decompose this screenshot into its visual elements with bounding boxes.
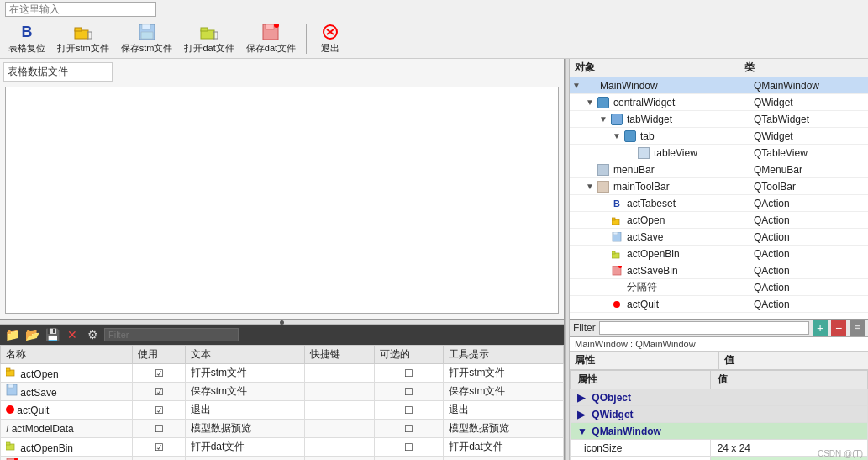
filter-label: Filter [573, 322, 596, 334]
btn-tabeset[interactable]: B 表格复位 [3, 20, 50, 56]
tree-node-name: actSaveBin [625, 265, 750, 277]
tree-node-type: QAction [750, 214, 868, 226]
tabeset-icon: B [17, 22, 37, 42]
action-text: 打开dat文件 [185, 438, 305, 457]
prop-expand-icon[interactable]: ▼ [577, 426, 589, 437]
search-input[interactable] [5, 2, 156, 17]
action-tooltip: 退出 [444, 401, 564, 420]
table-row[interactable]: actOpenBin☑打开dat文件☐打开dat文件 [1, 438, 564, 457]
tree-node-icon [610, 230, 623, 244]
filter-add-btn[interactable]: + [813, 320, 828, 336]
btn-open[interactable]: 打开stm文件 [52, 20, 114, 56]
tree-row[interactable]: ▼ tab QWidget [570, 128, 868, 145]
col-use: 使用 [133, 346, 185, 364]
action-checkable[interactable]: ☐ [374, 438, 443, 457]
resize-dot [280, 320, 284, 325]
filter-input[interactable] [599, 321, 809, 335]
svg-rect-5 [141, 32, 153, 39]
prop-group-row[interactable]: ▶ QObject [571, 389, 868, 406]
tree-node-icon [610, 113, 623, 126]
btn-openbin[interactable]: 打开dat文件 [179, 20, 239, 56]
tree-expand-icon[interactable]: ▼ [585, 98, 595, 107]
tree-expand-icon[interactable]: ▼ [571, 81, 581, 90]
action-used[interactable]: ☑ [133, 457, 185, 461]
table-row[interactable]: actSaveBin☑保存dat文件☐保存dat文件 [1, 457, 564, 461]
tree-node-icon [610, 298, 623, 311]
prop-expand-icon[interactable]: ▶ [577, 392, 589, 404]
filter-remove-btn[interactable]: − [831, 320, 846, 336]
tree-node-icon [610, 214, 623, 227]
svg-rect-10 [266, 24, 274, 29]
prop-table: 属性值 ▶ QObject ▶ QWidget ▼ QMainWindow ic… [570, 370, 868, 460]
action-used[interactable]: ☑ [133, 401, 185, 420]
btn-savebin[interactable]: 保存dat文件 [241, 20, 301, 56]
table-row[interactable]: actQuit☑退出☐退出 [1, 401, 564, 420]
bottom-delete-icon[interactable]: ✕ [64, 326, 81, 343]
table-area[interactable] [5, 87, 559, 314]
btn-quit[interactable]: 退出 [312, 20, 349, 56]
table-row[interactable]: actOpen☑打开stm文件☐打开stm文件 [1, 364, 564, 383]
tree-expand-icon[interactable]: ▼ [598, 114, 608, 124]
action-checkable[interactable]: ☐ [374, 364, 443, 383]
prop-group-row[interactable]: ▶ QWidget [571, 406, 868, 423]
tree-node-name: tableView [652, 147, 750, 159]
tree-row[interactable]: B actTabeset QAction [570, 195, 868, 212]
action-shortcut [305, 438, 374, 457]
action-used[interactable]: ☑ [133, 364, 185, 383]
prop-group-row[interactable]: ▼ QMainWindow [571, 423, 868, 440]
tree-row[interactable]: actSave QAction [570, 229, 868, 246]
bottom-open-icon[interactable]: 📂 [24, 326, 40, 343]
table-row[interactable]: I actModelData☐模型数据预览☐模型数据预览 [1, 420, 564, 438]
tree-row[interactable]: ▼ mainToolBar QToolBar [570, 178, 868, 195]
tree-expand-icon[interactable]: ▼ [585, 182, 595, 191]
col-tooltip: 工具提示 [444, 346, 564, 364]
tree-node-type: QAction [750, 299, 868, 310]
tree-node-icon [610, 247, 623, 261]
svg-rect-18 [8, 384, 13, 388]
left-panel: 表格数据文件 📁 📂 💾 ✕ ⚙ 名称 [0, 59, 565, 460]
tree-row[interactable]: actQuit QAction [570, 296, 868, 313]
action-text: 保存stm文件 [185, 383, 305, 401]
prop-expand-icon[interactable]: ▶ [577, 409, 589, 420]
svg-rect-1 [75, 28, 82, 31]
btn-save[interactable]: 保存stm文件 [116, 20, 178, 56]
tree-row[interactable]: 分隔符 QAction [570, 279, 868, 296]
bottom-settings-icon[interactable]: ⚙ [84, 326, 101, 343]
action-checkable[interactable]: ☐ [374, 401, 443, 420]
bottom-folder-icon[interactable]: 📁 [3, 326, 20, 343]
quit-icon [320, 22, 340, 42]
action-checkable[interactable]: ☐ [374, 383, 443, 401]
filter-more-btn[interactable]: ≡ [850, 320, 865, 336]
bottom-filter-input[interactable] [104, 328, 239, 341]
main-area: 表格数据文件 📁 📂 💾 ✕ ⚙ 名称 [0, 59, 868, 460]
tree-node-name: actOpen [625, 214, 750, 226]
tree-row[interactable]: actSaveBin QAction [570, 262, 868, 279]
table-row[interactable]: actSave☑保存stm文件☐保存stm文件 [1, 383, 564, 401]
tree-row[interactable]: actOpenBin QAction [570, 246, 868, 262]
tree-node-type: QMenuBar [750, 164, 868, 176]
tree-row[interactable]: menuBar QMenuBar [570, 161, 868, 178]
tree-node-icon [597, 180, 610, 193]
open-icon [73, 22, 93, 42]
tree-expand-icon[interactable]: ▼ [612, 131, 622, 140]
tree-node-type: QAction [750, 282, 868, 293]
obj-col-object: 对象 [570, 59, 739, 77]
action-checkable[interactable]: ☐ [374, 457, 443, 461]
action-used[interactable]: ☑ [133, 438, 185, 457]
tree-node-icon [623, 130, 637, 143]
action-checkable[interactable]: ☐ [374, 420, 443, 438]
object-tree-header: 对象 类 [570, 59, 868, 77]
tree-row[interactable]: ▼ MainWindow QMainWindow [570, 77, 868, 94]
tree-row[interactable]: ▼ tabWidget QTabWidget [570, 111, 868, 128]
prop-group-name: ▼ QMainWindow [571, 423, 868, 440]
tree-row[interactable]: ▼ centralWidget QWidget [570, 94, 868, 111]
breadcrumb: MainWindow : QMainWindow [570, 337, 868, 352]
action-shortcut [305, 383, 374, 401]
prop-group-name: ▶ QObject [571, 389, 868, 406]
bottom-save-icon[interactable]: 💾 [44, 326, 60, 343]
action-text: 打开stm文件 [185, 364, 305, 383]
action-used[interactable]: ☑ [133, 383, 185, 401]
action-used[interactable]: ☐ [133, 420, 185, 438]
tree-row[interactable]: tableView QTableView [570, 145, 868, 161]
tree-row[interactable]: actOpen QAction [570, 212, 868, 229]
